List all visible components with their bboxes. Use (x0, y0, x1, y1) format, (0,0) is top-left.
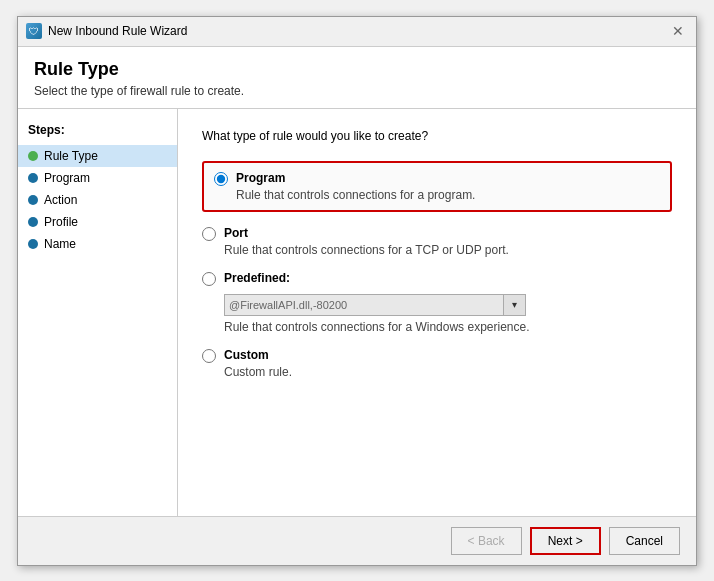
sidebar-item-program[interactable]: Program (18, 167, 177, 189)
sidebar: Steps: Rule Type Program Action Profile … (18, 109, 178, 516)
wizard-window: 🛡 New Inbound Rule Wizard ✕ Rule Type Se… (17, 16, 697, 566)
desc-port: Rule that controls connections for a TCP… (224, 243, 672, 257)
main-panel: What type of rule would you like to crea… (178, 109, 696, 516)
option-program[interactable]: Program Rule that controls connections f… (202, 161, 672, 212)
predefined-dropdown: ▾ (224, 294, 672, 316)
desc-custom: Custom rule. (224, 365, 672, 379)
next-button[interactable]: Next > (530, 527, 601, 555)
label-port[interactable]: Port (224, 226, 248, 240)
sidebar-item-rule-type[interactable]: Rule Type (18, 145, 177, 167)
desc-predefined: Rule that controls connections for a Win… (224, 320, 672, 334)
desc-program: Rule that controls connections for a pro… (236, 188, 660, 202)
predefined-select[interactable] (224, 294, 504, 316)
option-port-header: Port (202, 226, 672, 241)
title-bar: 🛡 New Inbound Rule Wizard ✕ (18, 17, 696, 47)
radio-custom[interactable] (202, 349, 216, 363)
header-section: Rule Type Select the type of firewall ru… (18, 47, 696, 109)
radio-predefined[interactable] (202, 272, 216, 286)
sidebar-label-program: Program (44, 171, 90, 185)
close-button[interactable]: ✕ (668, 21, 688, 41)
sidebar-item-profile[interactable]: Profile (18, 211, 177, 233)
dropdown-arrow-icon[interactable]: ▾ (504, 294, 526, 316)
radio-port[interactable] (202, 227, 216, 241)
option-predefined-header: Predefined: (202, 271, 672, 286)
sidebar-label-rule-type: Rule Type (44, 149, 98, 163)
page-subtitle: Select the type of firewall rule to crea… (34, 84, 680, 98)
question-text: What type of rule would you like to crea… (202, 129, 672, 143)
radio-group: Program Rule that controls connections f… (202, 161, 672, 379)
option-program-header: Program (214, 171, 660, 186)
title-bar-left: 🛡 New Inbound Rule Wizard (26, 23, 187, 39)
footer: < Back Next > Cancel (18, 516, 696, 565)
label-program[interactable]: Program (236, 171, 285, 185)
sidebar-item-name[interactable]: Name (18, 233, 177, 255)
sidebar-item-action[interactable]: Action (18, 189, 177, 211)
step-dot-name (28, 239, 38, 249)
label-predefined[interactable]: Predefined: (224, 271, 290, 285)
wizard-icon: 🛡 (26, 23, 42, 39)
back-button[interactable]: < Back (451, 527, 522, 555)
option-custom-header: Custom (202, 348, 672, 363)
steps-label: Steps: (18, 119, 177, 145)
window-title: New Inbound Rule Wizard (48, 24, 187, 38)
cancel-button[interactable]: Cancel (609, 527, 680, 555)
option-port[interactable]: Port Rule that controls connections for … (202, 226, 672, 257)
step-dot-action (28, 195, 38, 205)
content-area: Steps: Rule Type Program Action Profile … (18, 109, 696, 516)
step-dot-rule-type (28, 151, 38, 161)
label-custom[interactable]: Custom (224, 348, 269, 362)
option-custom[interactable]: Custom Custom rule. (202, 348, 672, 379)
step-dot-program (28, 173, 38, 183)
option-predefined[interactable]: Predefined: ▾ Rule that controls connect… (202, 271, 672, 334)
page-title: Rule Type (34, 59, 680, 80)
sidebar-label-action: Action (44, 193, 77, 207)
radio-program[interactable] (214, 172, 228, 186)
step-dot-profile (28, 217, 38, 227)
sidebar-label-profile: Profile (44, 215, 78, 229)
sidebar-label-name: Name (44, 237, 76, 251)
